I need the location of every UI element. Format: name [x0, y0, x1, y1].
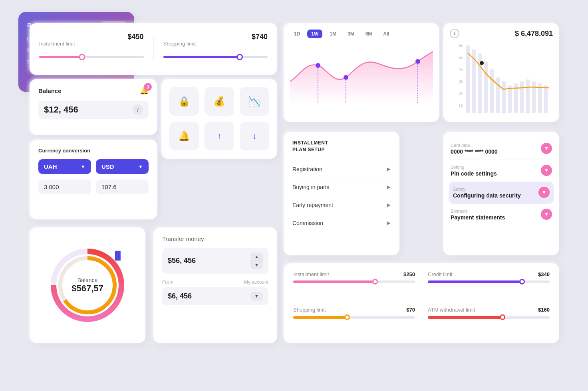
chevron-down-icon[interactable]: ▼ [541, 209, 552, 220]
donut-amount: $567,57 [72, 283, 103, 294]
card-data-card: Card data 0000 **** **** 0000 ▼ Setting … [443, 132, 559, 255]
transfer-from-row: $6, 456 ▼ [162, 287, 268, 305]
lock-icon: 🔒 [178, 96, 190, 107]
credit-limit-bar[interactable] [428, 280, 550, 283]
installment-slider[interactable] [39, 56, 144, 58]
svg-text:4k: 4k [459, 67, 463, 72]
credit-limit-thumb[interactable] [519, 279, 525, 284]
my-account-label: My account [244, 279, 268, 285]
svg-point-5 [415, 59, 420, 64]
transfer-stepper[interactable]: ▲ ▼ [250, 253, 263, 269]
installment-limit-bar[interactable] [293, 280, 415, 283]
shopping-thumb[interactable] [236, 54, 243, 60]
atm-limit-bar[interactable] [428, 316, 550, 319]
chart-button[interactable]: 📉 [240, 87, 269, 116]
currency-selects: UAH ▼ USD ▼ [38, 159, 149, 174]
svg-text:3k: 3k [459, 79, 463, 84]
installment-value: $450 [127, 33, 143, 41]
tab-6m[interactable]: 6M [362, 30, 376, 38]
dollar-button[interactable]: 💰 [205, 87, 234, 116]
tab-all[interactable]: All [379, 30, 393, 38]
transfer-card: Transfer money $56, 456 ▲ ▼ From My acco… [153, 227, 277, 343]
lc-header: i $ 6,478.091 [450, 29, 553, 38]
bell-button[interactable]: 🔔 [169, 122, 199, 150]
lock-button[interactable]: 🔒 [169, 87, 199, 116]
ip-item-commission[interactable]: Commission ▶ [292, 214, 391, 232]
chevron-down-icon[interactable]: ▼ [541, 143, 552, 154]
svg-point-3 [344, 75, 348, 80]
installment-plan-card: INSTALLMENTPLAN SETUP Registration ▶ Buy… [284, 132, 399, 255]
tab-1d[interactable]: 1D [290, 30, 304, 38]
svg-rect-16 [490, 69, 494, 113]
up-arrow-icon: ↑ [217, 131, 222, 141]
credit-limit-value: $340 [538, 271, 550, 277]
credit-limit-label: Credit limit [428, 271, 452, 277]
info-button[interactable]: i [133, 105, 143, 115]
info-icon[interactable]: i [450, 29, 459, 38]
balance-title: Balance [38, 87, 62, 94]
transfer-from-header: From My account [162, 279, 268, 285]
from-stepper[interactable]: ▼ [250, 292, 263, 300]
installment-thumb[interactable] [79, 54, 85, 60]
chevron-down-icon[interactable]: ▼ [541, 165, 552, 176]
svg-point-26 [480, 61, 484, 65]
balance-amount: $12, 456 [44, 105, 78, 115]
chevron-down-icon: ▼ [138, 164, 143, 170]
svg-rect-25 [544, 85, 548, 113]
chevron-down-icon: ▼ [81, 164, 85, 170]
ip-item-buying[interactable]: Buying in parts ▶ [292, 178, 391, 196]
arrow-icon: ▶ [387, 166, 391, 172]
transfer-from-amount: $6, 456 [168, 292, 192, 300]
shopping-slider[interactable] [163, 56, 268, 58]
installment-limit-thumb[interactable] [372, 279, 378, 284]
from-stepper-down-button[interactable]: ▼ [250, 292, 263, 300]
cc-bank: Bank [27, 22, 42, 28]
svg-text:1k: 1k [459, 103, 463, 108]
tab-1w[interactable]: 1W [307, 30, 322, 38]
shopping-label: Shopping limit [163, 41, 196, 47]
atm-limit-value: $160 [538, 307, 550, 313]
transfer-title: Transfer money [162, 235, 268, 242]
stepper-down-button[interactable]: ▼ [250, 261, 263, 269]
shopping-limit-bar[interactable] [293, 316, 415, 319]
ip-item-registration[interactable]: Registration ▶ [292, 160, 391, 178]
currency-title: Currency conversion [38, 148, 149, 154]
credit-limit-item: Credit limit $340 [428, 271, 550, 300]
arrow-icon: ▶ [387, 184, 391, 190]
up-button[interactable]: ↑ [205, 122, 234, 150]
bar-chart-svg: 6k 5k 4k 3k 2k 1k [450, 41, 553, 117]
stepper-up-button[interactable]: ▲ [250, 253, 263, 261]
installment-limit-item: Installment limit $250 [293, 271, 415, 300]
svg-rect-19 [508, 85, 512, 113]
chevron-down-icon[interactable]: ▼ [538, 187, 550, 198]
safety-label: Safety [453, 187, 521, 192]
svg-rect-22 [526, 79, 530, 113]
shopping-limit-label: Shopping limit [293, 307, 326, 313]
to-amount-input[interactable]: 107.6 [96, 180, 149, 194]
to-currency-select[interactable]: USD ▼ [96, 159, 149, 174]
ip-item-early-repayment[interactable]: Early repayment ▶ [292, 196, 391, 214]
donut-card: Balance $567,57 ▐▌ [30, 227, 145, 343]
svg-text:6k: 6k [459, 43, 463, 48]
svg-rect-15 [484, 61, 488, 113]
from-amount-input[interactable]: 3 000 [38, 180, 91, 194]
transfer-amount-row: $56, 456 ▲ ▼ [162, 248, 268, 274]
chart-tabs: 1D 1W 1M 3M 6M All [290, 30, 433, 38]
down-button[interactable]: ↓ [240, 122, 269, 150]
svg-text:5k: 5k [459, 55, 463, 60]
from-currency-select[interactable]: UAH ▼ [38, 159, 91, 174]
down-arrow-icon: ↓ [252, 131, 257, 141]
dollar-icon: 💰 [213, 96, 225, 107]
tab-1m[interactable]: 1M [326, 30, 340, 38]
atm-limit-item: ATM withdrawal limit $160 [428, 307, 550, 335]
atm-limit-thumb[interactable] [500, 314, 505, 320]
divider [153, 37, 154, 61]
safety-row: Safety Configuring data security ▼ [449, 182, 554, 204]
svg-rect-23 [532, 81, 536, 113]
currency-card: Currency conversion UAH ▼ USD ▼ 3 000 10… [30, 140, 157, 219]
currency-inputs: 3 000 107.6 [38, 180, 149, 194]
tab-3m[interactable]: 3M [344, 30, 358, 38]
setting-header: Setting Pin code settings ▼ [451, 165, 552, 177]
shopping-limit-thumb[interactable] [344, 314, 350, 320]
bell-icon: 🔔 [178, 130, 190, 142]
